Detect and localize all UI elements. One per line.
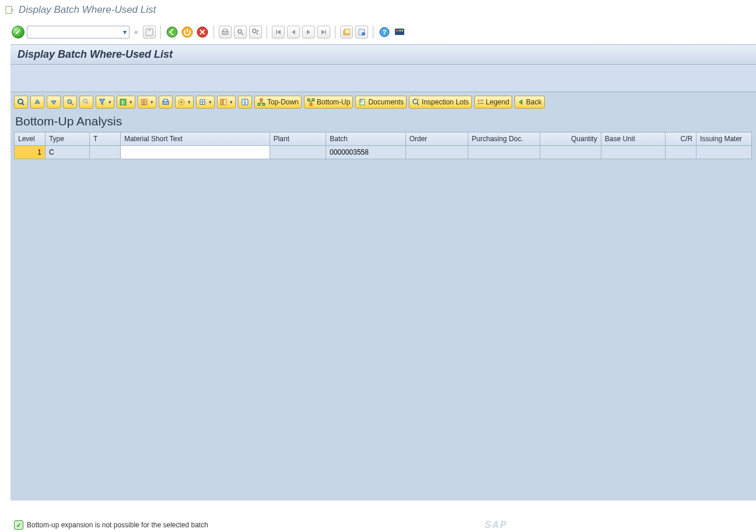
- find-button2[interactable]: [63, 96, 77, 108]
- svg-rect-40: [223, 99, 226, 105]
- filter-button[interactable]: ▾: [96, 96, 114, 108]
- cell-t[interactable]: [90, 146, 121, 159]
- save-button[interactable]: [143, 26, 156, 38]
- separator: [160, 26, 161, 38]
- print-preview-button[interactable]: [159, 96, 173, 108]
- cell-batch[interactable]: 0000003558: [326, 146, 405, 159]
- info-button[interactable]: i: [238, 96, 252, 108]
- grid-header-row: Level Type T Material Short Text Plant B…: [15, 132, 752, 146]
- details-button[interactable]: [14, 96, 28, 108]
- find-next-button2[interactable]: [79, 96, 93, 108]
- window-title: Display Batch Where-Used List: [19, 4, 156, 16]
- svg-rect-2: [148, 29, 151, 31]
- svg-rect-15: [345, 29, 351, 34]
- svg-point-37: [180, 101, 183, 103]
- legend-label: Legend: [486, 98, 509, 106]
- svg-point-10: [253, 29, 256, 33]
- svg-line-48: [261, 103, 264, 103]
- result-grid[interactable]: Level Type T Material Short Text Plant B…: [14, 132, 752, 159]
- cell-plant[interactable]: [270, 146, 326, 159]
- cell-order[interactable]: [405, 146, 468, 159]
- generate-shortcut-button[interactable]: [355, 26, 368, 38]
- view-button[interactable]: ▾: [175, 96, 194, 108]
- svg-line-29: [86, 102, 88, 104]
- exit-button[interactable]: [181, 26, 194, 38]
- layout-button[interactable]: ▾: [217, 96, 236, 108]
- svg-text:Σ: Σ: [142, 100, 146, 106]
- gui-options-button[interactable]: [393, 26, 406, 38]
- col-type[interactable]: Type: [45, 132, 89, 146]
- bottom-up-button[interactable]: Bottom-Up: [304, 96, 353, 108]
- split-caret-icon: ▾: [209, 99, 212, 105]
- separator: [214, 26, 214, 38]
- svg-line-27: [71, 103, 73, 105]
- window-title-bar: Display Batch Where-Used List: [0, 0, 756, 20]
- last-page-button[interactable]: [317, 26, 330, 38]
- inspection-lots-button[interactable]: Inspection Lots: [409, 96, 472, 108]
- help-button[interactable]: ?: [378, 26, 391, 38]
- top-down-button[interactable]: Top-Down: [254, 96, 302, 108]
- col-issuing-material[interactable]: Issuing Mater: [696, 132, 752, 146]
- svg-rect-61: [478, 103, 480, 104]
- col-quantity[interactable]: Quantity: [540, 132, 601, 146]
- find-button[interactable]: [234, 26, 247, 38]
- sort-desc-button[interactable]: [47, 96, 61, 108]
- sort-asc-button[interactable]: [30, 96, 44, 108]
- svg-line-54: [311, 101, 313, 102]
- split-caret-icon: ▾: [150, 99, 153, 105]
- col-cr[interactable]: C/R: [665, 132, 696, 146]
- col-level[interactable]: Level: [15, 132, 46, 146]
- documents-button[interactable]: Documents: [355, 96, 407, 108]
- next-page-button[interactable]: [302, 26, 315, 38]
- enter-icon[interactable]: ✓: [12, 26, 24, 38]
- cell-cr[interactable]: [665, 146, 696, 159]
- col-base-unit[interactable]: Base Unit: [601, 132, 665, 146]
- documents-label: Documents: [368, 98, 404, 106]
- svg-rect-45: [262, 103, 265, 106]
- cell-level[interactable]: 1: [15, 146, 46, 159]
- total-button[interactable]: Σ▾: [117, 96, 135, 108]
- col-purchasing-doc[interactable]: Purchasing Doc.: [468, 132, 540, 146]
- find-next-button[interactable]: [249, 26, 262, 38]
- col-batch[interactable]: Batch: [326, 132, 405, 146]
- page-title-panel: Display Batch Where-Used List: [10, 44, 756, 65]
- dropdown-icon[interactable]: ▾: [123, 28, 127, 36]
- col-plant[interactable]: Plant: [270, 132, 326, 146]
- table-row[interactable]: 1 C 0000003558: [15, 146, 752, 159]
- cell-type[interactable]: C: [45, 146, 89, 159]
- command-field[interactable]: ▾: [27, 26, 130, 38]
- col-order[interactable]: Order: [405, 132, 468, 146]
- legend-button[interactable]: Legend: [474, 96, 512, 108]
- svg-rect-21: [396, 30, 398, 32]
- new-session-button[interactable]: [340, 26, 353, 38]
- page-title: Display Batch Where-Used List: [18, 48, 173, 60]
- collapse-icon[interactable]: «: [132, 28, 141, 36]
- cell-material-short-text[interactable]: [120, 146, 270, 159]
- print-button[interactable]: [219, 26, 232, 38]
- svg-point-17: [362, 32, 365, 36]
- sap-menu-icon[interactable]: [5, 5, 14, 15]
- cell-base-unit[interactable]: [601, 146, 665, 159]
- svg-point-8: [238, 30, 242, 33]
- svg-point-24: [18, 99, 23, 104]
- inspection-lots-label: Inspection Lots: [422, 98, 469, 106]
- cell-purchasing-doc[interactable]: [468, 146, 540, 159]
- svg-text:Σ: Σ: [121, 100, 125, 106]
- split-caret-icon: ▾: [188, 99, 191, 105]
- svg-rect-49: [310, 103, 312, 106]
- prev-page-button[interactable]: [287, 26, 300, 38]
- col-t[interactable]: T: [90, 132, 121, 146]
- export-button[interactable]: ▾: [196, 96, 215, 108]
- back-button[interactable]: [166, 26, 178, 38]
- col-material-short-text[interactable]: Material Short Text: [120, 132, 270, 146]
- cell-quantity[interactable]: [540, 146, 601, 159]
- svg-rect-44: [258, 103, 260, 106]
- svg-rect-59: [416, 99, 419, 100]
- cell-issuing-material[interactable]: [696, 146, 752, 159]
- svg-rect-50: [307, 99, 310, 101]
- cancel-button[interactable]: [196, 26, 209, 38]
- svg-rect-22: [399, 30, 401, 32]
- back-app-button[interactable]: Back: [514, 96, 545, 108]
- subtotal-button[interactable]: Σ▾: [138, 96, 156, 108]
- first-page-button[interactable]: [272, 26, 285, 38]
